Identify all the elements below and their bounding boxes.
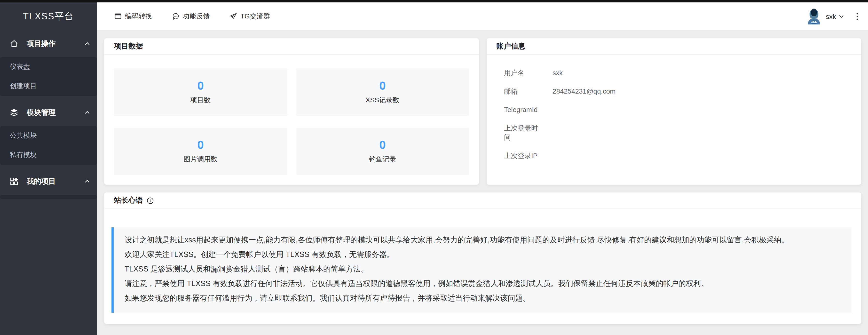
stat-value: 0 — [197, 139, 204, 151]
row-label: 邮箱 — [504, 87, 540, 96]
stat-projects: 0 项目数 — [114, 68, 287, 116]
note-paragraph: 如果您发现您的服务器有任何滥用行为，请立即联系我们。我们认真对待所有虐待报告，并… — [125, 292, 842, 304]
feedback-icon — [172, 12, 179, 20]
top-header: 编码转换 功能反馈 — [97, 2, 868, 30]
header-nav: 编码转换 功能反馈 — [114, 12, 270, 21]
submenu-my-projects-empty — [0, 195, 97, 199]
account-row-email: 邮箱 284254231@qq.com — [504, 87, 851, 96]
stat-value: 0 — [197, 80, 204, 91]
chevron-up-icon — [84, 41, 90, 47]
main-area: 编码转换 功能反馈 — [97, 2, 868, 335]
sidebar: TLXSS平台 项目操作 仪表盘 创建项目 — [0, 2, 97, 335]
stat-label: XSS记录数 — [365, 96, 399, 104]
svg-text:XSS: XSS — [811, 20, 817, 23]
sidebar-item-dashboard[interactable]: 仪表盘 — [0, 57, 97, 77]
browser-icon — [114, 12, 122, 20]
project-data-card: 项目数据 0 项目数 0 XSS记录数 0 图片调用数 — [104, 38, 479, 185]
webmaster-notes-title: 站长心语 — [114, 196, 143, 205]
row-label: 上次登录时间 — [504, 124, 540, 142]
sidebar-item-label: 项目操作 — [27, 39, 84, 48]
content-area: 项目数据 0 项目数 0 XSS记录数 0 图片调用数 — [97, 30, 868, 335]
submenu-modules: 公共模块 私有模块 — [0, 126, 97, 165]
kebab-menu-icon[interactable] — [856, 12, 858, 20]
card-title: 账户信息 — [487, 38, 861, 55]
sidebar-item-label: 模块管理 — [27, 108, 84, 117]
notes-quote-block: 设计之初就是想让xss用起来更加便携一点,能力有限,各位师傅有整理的模块可以共享… — [112, 227, 851, 313]
note-paragraph: 欢迎大家关注TLXSS。创建一个免费帐户以使用 TLXSS 有效负载，无需服务器… — [125, 249, 842, 260]
card-title: 项目数据 — [104, 38, 479, 55]
top-black-bar — [0, 0, 868, 2]
account-row-telegram-id: TelegramId — [504, 105, 851, 114]
stat-label: 图片调用数 — [184, 155, 218, 163]
stat-xss-records: 0 XSS记录数 — [296, 68, 469, 116]
note-paragraph: TLXSS 是渗透测试人员和漏洞赏金猎人测试（盲）跨站脚本的简单方法。 — [125, 263, 842, 275]
sidebar-item-project-operations[interactable]: 项目操作 — [0, 30, 97, 57]
webmaster-notes-card: 站长心语 设计之初就是想让xss用起来更加便携一点,能力有限,各位师傅有整理的模… — [104, 192, 861, 324]
row-label: 上次登录IP — [504, 151, 540, 160]
row-value: sxk — [553, 68, 563, 78]
stat-value: 0 — [379, 80, 386, 91]
account-row-last-login-time: 上次登录时间 — [504, 124, 851, 142]
card-title: 站长心语 — [104, 192, 861, 209]
stat-phishing-records: 0 钓鱼记录 — [296, 127, 469, 175]
home-icon — [10, 39, 19, 48]
stat-label: 钓鱼记录 — [369, 155, 396, 163]
project-data-title: 项目数据 — [114, 42, 143, 51]
sidebar-item-public-modules[interactable]: 公共模块 — [0, 126, 97, 146]
user-avatar[interactable]: XSS — [806, 7, 822, 25]
row-value: 284254231@qq.com — [553, 87, 616, 96]
chevron-down-icon — [839, 15, 844, 18]
note-paragraph: 设计之初就是想让xss用起来更加便携一点,能力有限,各位师傅有整理的模块可以共享… — [125, 234, 842, 246]
app-logo: TLXSS平台 — [0, 2, 97, 30]
notes-body: 设计之初就是想让xss用起来更加便携一点,能力有限,各位师傅有整理的模块可以共享… — [104, 209, 861, 313]
stats-grid: 0 项目数 0 XSS记录数 0 图片调用数 0 — [104, 55, 479, 175]
sidebar-item-module-management[interactable]: 模块管理 — [0, 99, 97, 126]
sidebar-group-my-projects: 我的项目 — [0, 168, 97, 199]
stat-value: 0 — [379, 139, 386, 151]
sidebar-item-label: 我的项目 — [27, 177, 84, 186]
sidebar-item-my-projects[interactable]: 我的项目 — [0, 168, 97, 195]
stat-label: 项目数 — [190, 96, 211, 104]
info-icon — [147, 197, 154, 204]
sidebar-item-private-modules[interactable]: 私有模块 — [0, 146, 97, 165]
nav-item-feedback[interactable]: 功能反馈 — [172, 12, 210, 21]
account-row-username: 用户名 sxk — [504, 68, 851, 78]
account-row-last-login-ip: 上次登录IP — [504, 151, 851, 160]
row-label: 用户名 — [504, 68, 540, 78]
sidebar-item-create-project[interactable]: 创建项目 — [0, 77, 97, 96]
chevron-up-icon — [84, 178, 90, 184]
nav-item-label: 编码转换 — [125, 12, 152, 21]
sidebar-group-modules: 模块管理 公共模块 私有模块 — [0, 99, 97, 165]
layers-icon — [10, 108, 19, 117]
account-info-card: 账户信息 用户名 sxk 邮箱 284254231@qq.com Telegra… — [487, 38, 861, 185]
nav-item-label: 功能反馈 — [183, 12, 210, 21]
account-rows: 用户名 sxk 邮箱 284254231@qq.com TelegramId — [487, 55, 861, 160]
chevron-up-icon — [84, 110, 90, 115]
stat-image-calls: 0 图片调用数 — [114, 127, 287, 175]
nav-item-encode-convert[interactable]: 编码转换 — [114, 12, 152, 21]
account-info-title: 账户信息 — [496, 42, 525, 51]
paper-plane-icon — [230, 12, 237, 20]
nav-item-tg-group[interactable]: TG交流群 — [230, 12, 270, 21]
username: sxk — [826, 12, 836, 20]
nav-item-label: TG交流群 — [240, 12, 270, 21]
grid-icon — [10, 177, 19, 186]
note-paragraph: 请注意，严禁使用 TLXSS 有效负载进行任何非法活动。它仅供具有适当权限的道德… — [125, 278, 842, 290]
page: TLXSS平台 项目操作 仪表盘 创建项目 — [0, 0, 868, 335]
header-right: XSS sxk — [806, 7, 858, 25]
submenu-project-operations: 仪表盘 创建项目 — [0, 57, 97, 96]
sidebar-group-project-ops: 项目操作 仪表盘 创建项目 — [0, 30, 97, 96]
row-label: TelegramId — [504, 105, 540, 114]
user-menu[interactable]: sxk — [826, 12, 844, 20]
